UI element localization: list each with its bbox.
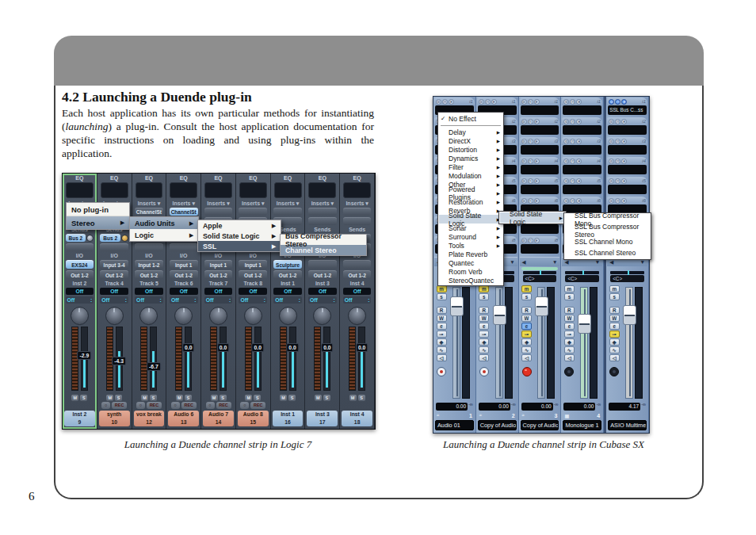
power-icon[interactable]: ⊙ xyxy=(563,198,569,204)
menu-item[interactable]: Quantec xyxy=(439,258,502,267)
output-button[interactable]: Out 1-2 xyxy=(204,270,233,279)
fader-handle[interactable] xyxy=(578,314,591,334)
bypass-icon[interactable]: ⊓ xyxy=(570,139,575,144)
insert-display[interactable] xyxy=(521,224,559,234)
automation-mode-selector[interactable]: Off: xyxy=(170,296,198,304)
bypass-icon[interactable]: ⊓ xyxy=(528,198,533,204)
menu-item[interactable]: No plug-in xyxy=(67,203,129,216)
output-button[interactable]: Out 1-2 xyxy=(308,270,337,279)
edit-icon[interactable]: e xyxy=(621,178,627,184)
fader-track[interactable]: 0.0 xyxy=(254,327,262,391)
pan-knob[interactable] xyxy=(279,307,297,325)
inserts-label[interactable]: Inserts ▾ xyxy=(138,200,160,207)
pan-control[interactable]: <C> xyxy=(610,271,644,284)
fader-handle[interactable] xyxy=(450,296,464,316)
record-enable-button[interactable] xyxy=(609,367,619,376)
solo-button[interactable]: S xyxy=(220,395,227,401)
record-enable-button[interactable] xyxy=(522,367,532,376)
fader-value[interactable]: 0.0 xyxy=(217,343,229,352)
pan-knob[interactable] xyxy=(71,307,89,325)
read-automation-button[interactable]: R xyxy=(521,307,532,314)
menu-item[interactable]: Modulation▶ xyxy=(439,171,502,180)
edit-channel-button[interactable]: e xyxy=(521,323,532,330)
input-monitor-button[interactable]: ○ xyxy=(171,402,180,409)
output-button[interactable]: Out 1-2 xyxy=(343,270,372,279)
mute-button[interactable]: M xyxy=(245,395,252,401)
bypass-icon[interactable]: ⊓ xyxy=(570,159,575,164)
menu-item[interactable]: Solid State Logic▶ xyxy=(198,231,281,241)
fader-track[interactable]: 0.0 xyxy=(289,327,296,391)
solo-button[interactable]: s xyxy=(609,293,620,300)
pan-control[interactable]: <C> xyxy=(523,271,557,284)
insert-slot-button[interactable] xyxy=(308,217,337,225)
insert-slot[interactable]: ⊙⊓ei4 xyxy=(520,157,560,177)
fader-track[interactable] xyxy=(625,287,633,399)
eq-display[interactable] xyxy=(274,182,302,198)
inserts-bypass-icon[interactable]: ⊸ xyxy=(564,331,575,338)
inserts-label[interactable]: Inserts ▾ xyxy=(311,200,334,207)
monitor-speaker-icon[interactable]: ◁ xyxy=(437,354,447,361)
insert-display[interactable] xyxy=(563,145,601,155)
automation-mode-selector[interactable]: Off: xyxy=(343,296,372,304)
mute-button[interactable]: M xyxy=(106,395,113,401)
inserts-label[interactable]: Inserts ▾ xyxy=(207,200,229,207)
solo-button[interactable]: S xyxy=(358,395,365,401)
insert-slot[interactable]: ⊙⊓ei1 xyxy=(520,97,560,117)
track-name-tab[interactable]: Inst 418 xyxy=(342,411,372,426)
solo-button[interactable]: s xyxy=(521,293,532,300)
power-icon[interactable]: ⊙ xyxy=(521,178,527,184)
fader-track[interactable] xyxy=(580,287,588,399)
insert-display[interactable] xyxy=(563,105,601,115)
track-name[interactable]: Audio 01 xyxy=(435,420,474,430)
insert-slot-button[interactable] xyxy=(273,208,302,216)
power-icon[interactable]: ⊙ xyxy=(563,159,569,164)
bypass-icon[interactable]: ⊓ xyxy=(615,139,620,144)
track-name[interactable]: Monologue 1 xyxy=(563,420,601,430)
fader-value[interactable]: -4.3 xyxy=(112,357,126,365)
menu-item[interactable]: SSL Bus Compressor Stereo xyxy=(565,225,650,236)
bypass-icon[interactable]: ⊓ xyxy=(528,178,533,184)
record-enable-button[interactable]: REC xyxy=(147,402,162,409)
eq-display[interactable] xyxy=(343,182,371,198)
eq-display[interactable] xyxy=(308,182,336,198)
mute-button[interactable]: M xyxy=(315,395,322,401)
monitor-speaker-icon[interactable]: ◁ xyxy=(479,354,489,361)
menu-item[interactable]: Solid State Logic▶ xyxy=(500,212,565,223)
fader-track[interactable]: -6.7 xyxy=(150,327,157,391)
automation-mode-selector[interactable]: Off: xyxy=(100,296,128,304)
insert-display[interactable] xyxy=(521,165,559,174)
edit-icon[interactable]: e xyxy=(576,198,582,204)
power-icon[interactable]: ⊙ xyxy=(609,119,614,124)
eq-display[interactable] xyxy=(101,182,128,198)
input-button[interactable]: Input 1-2 xyxy=(135,260,163,269)
output-button[interactable]: Out 1-2 xyxy=(170,270,198,279)
track-name-tab[interactable]: Inst 29 xyxy=(64,411,95,426)
track-name-tab[interactable]: vox break12 xyxy=(134,411,165,426)
pan-knob[interactable] xyxy=(174,307,193,325)
power-icon[interactable]: ⊙ xyxy=(563,178,569,184)
send-slot-button[interactable]: Bus 2 xyxy=(100,234,120,242)
eq-bypass-icon[interactable]: ◈ xyxy=(479,338,489,346)
inserts-label[interactable]: Inserts ▾ xyxy=(277,200,299,207)
insert-display[interactable] xyxy=(521,185,559,194)
power-icon[interactable]: ⊙ xyxy=(521,238,527,243)
edit-icon[interactable]: e xyxy=(576,159,582,164)
send-slot-button[interactable] xyxy=(66,243,94,251)
insert-slot-button[interactable]: ChannelSt xyxy=(135,208,163,216)
edit-icon[interactable]: e xyxy=(576,139,582,144)
read-automation-button[interactable]: R xyxy=(437,307,447,314)
track-name-tab[interactable]: Audio 613 xyxy=(168,411,199,426)
insert-display[interactable] xyxy=(608,125,647,135)
menu-item[interactable]: Tools▶ xyxy=(439,241,502,250)
insert-slot-button[interactable] xyxy=(239,208,267,216)
insert-slot[interactable]: ⊙⊓ei3 xyxy=(607,137,647,157)
menu-item[interactable]: Surround▶ xyxy=(439,232,502,241)
inserts-label[interactable]: Inserts ▾ xyxy=(173,200,195,207)
pan-knob[interactable] xyxy=(244,307,262,325)
menu-item[interactable]: Stereo▶ xyxy=(67,216,129,229)
edit-icon[interactable]: e xyxy=(534,159,540,164)
insert-display[interactable] xyxy=(521,125,559,135)
edit-icon[interactable]: e xyxy=(534,139,540,144)
edit-icon[interactable]: e xyxy=(621,159,627,164)
menu-item[interactable]: Sonar▶ xyxy=(439,224,502,232)
